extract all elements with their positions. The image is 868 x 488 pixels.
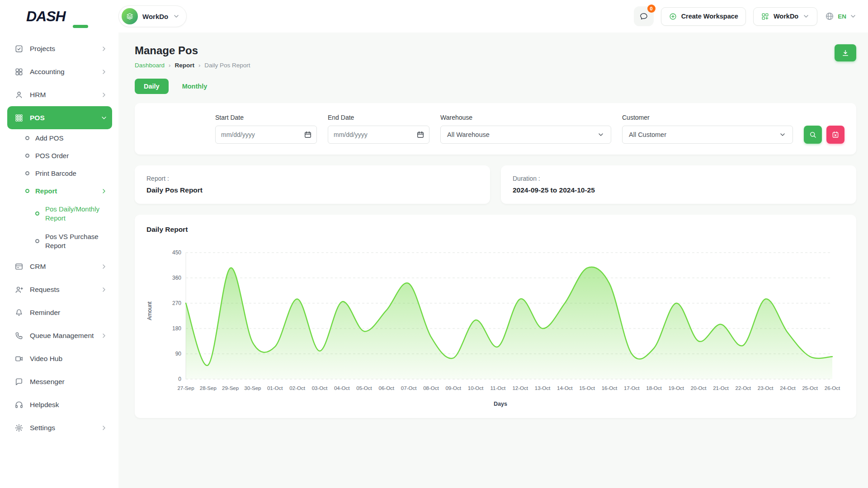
brand-logo: DASH [0, 8, 118, 25]
globe-icon [825, 11, 835, 21]
messenger-chat-icon [14, 377, 24, 386]
search-icon [809, 131, 817, 139]
chevron-down-icon [802, 13, 810, 20]
sidebar-item-crm[interactable]: CRM [7, 255, 112, 278]
daily-report-card: Daily Report Amount 09018027036045027-Se… [135, 215, 856, 418]
chevron-right-icon [100, 91, 108, 99]
apply-filter-button[interactable] [804, 126, 822, 144]
download-report-button[interactable] [835, 44, 856, 61]
gear-icon [14, 423, 24, 432]
breadcrumb-separator: › [169, 62, 170, 69]
apps-menu-label: WorkDo [774, 13, 798, 20]
svg-text:02-Oct: 02-Oct [289, 385, 305, 391]
svg-text:29-Sep: 29-Sep [222, 385, 239, 391]
chevron-right-icon [100, 263, 108, 270]
filter-card: Start Date End Date Warehouse All Wareho… [135, 103, 856, 155]
sidebar-item-video-hub[interactable]: Video Hub [7, 347, 112, 370]
breadcrumb-current: Daily Pos Report [204, 62, 250, 69]
queue-phone-icon [14, 331, 24, 340]
svg-text:08-Oct: 08-Oct [423, 385, 439, 391]
bullet-icon [25, 189, 29, 193]
sidebar-item-label: Accounting [30, 68, 94, 76]
sidebar-item-label: POS [30, 114, 94, 122]
daily-report-chart: 09018027036045027-Sep28-Sep29-Sep30-Sep0… [156, 245, 844, 399]
svg-text:06-Oct: 06-Oct [379, 385, 395, 391]
sidebar-item-reminder[interactable]: Reminder [7, 301, 112, 324]
breadcrumb: Dashboard › Report › Daily Pos Report [135, 62, 250, 69]
sidebar-item-requests[interactable]: Requests [7, 278, 112, 301]
svg-text:180: 180 [172, 325, 181, 332]
chevron-right-icon [100, 332, 108, 339]
svg-text:09-Oct: 09-Oct [445, 385, 461, 391]
chart-area: Amount 09018027036045027-Sep28-Sep29-Sep… [146, 245, 844, 407]
sidebar-item-pos[interactable]: POS [7, 106, 112, 129]
breadcrumb-report-link[interactable]: Report [175, 62, 194, 69]
workdo-apps-menu[interactable]: WorkDo [753, 7, 817, 26]
end-date-input[interactable] [328, 126, 429, 144]
sidebar: Projects Accounting HRM POS Add POS POS … [0, 33, 118, 488]
svg-text:90: 90 [175, 351, 182, 357]
reset-filter-button[interactable] [826, 126, 844, 144]
sidebar-item-messenger[interactable]: Messenger [7, 370, 112, 393]
start-date-input[interactable] [215, 126, 317, 144]
workspace-name: WorkDo [142, 13, 168, 20]
sidebar-item-pos-daily-monthly-report[interactable]: Pos Daily/Monthly Report [7, 200, 112, 227]
report-label: Report : [146, 175, 478, 182]
sidebar-item-label: Queue Management [30, 332, 94, 340]
bullet-icon [35, 211, 39, 216]
svg-text:05-Oct: 05-Oct [356, 385, 372, 391]
sidebar-item-label: Settings [30, 424, 94, 432]
sidebar-item-settings[interactable]: Settings [7, 416, 112, 439]
svg-text:26-Oct: 26-Oct [825, 385, 840, 391]
svg-text:270: 270 [172, 300, 181, 306]
sidebar-item-pos-order[interactable]: POS Order [7, 147, 112, 164]
chevron-right-icon [100, 45, 108, 52]
chevron-down-icon [100, 114, 108, 122]
sidebar-item-pos-vs-purchase-report[interactable]: Pos VS Purchase Report [7, 227, 112, 255]
brand-logo-dash-icon [73, 25, 88, 28]
sidebar-item-helpdesk[interactable]: Helpdesk [7, 393, 112, 416]
sidebar-item-queue-management[interactable]: Queue Management [7, 324, 112, 347]
sidebar-item-report[interactable]: Report [7, 182, 112, 200]
sidebar-item-print-barcode[interactable]: Print Barcode [7, 164, 112, 182]
sidebar-item-add-pos[interactable]: Add POS [7, 129, 112, 147]
sidebar-item-label: Requests [30, 286, 94, 294]
sidebar-item-accounting[interactable]: Accounting [7, 60, 112, 83]
page-title: Manage Pos [135, 44, 250, 57]
messages-button[interactable]: 0 [634, 6, 654, 26]
bullet-icon [25, 154, 29, 158]
language-selector[interactable]: EN [825, 11, 857, 21]
chevron-right-icon [100, 188, 108, 195]
reminder-bell-icon [14, 308, 24, 317]
top-header: DASH WorkDo 0 Create Workspace WorkDo EN [0, 0, 868, 33]
tab-monthly[interactable]: Monthly [182, 83, 208, 90]
calendar-icon[interactable] [416, 130, 425, 139]
breadcrumb-dashboard-link[interactable]: Dashboard [135, 62, 165, 69]
chat-icon [639, 12, 648, 21]
svg-text:01-Oct: 01-Oct [267, 385, 283, 391]
tab-daily[interactable]: Daily [135, 79, 169, 94]
svg-text:03-Oct: 03-Oct [312, 385, 328, 391]
sidebar-item-projects[interactable]: Projects [7, 37, 112, 60]
calendar-icon[interactable] [303, 130, 312, 139]
workspace-switcher[interactable]: WorkDo [118, 5, 187, 27]
sidebar-item-label: Add POS [35, 134, 108, 142]
download-icon [841, 49, 849, 57]
language-code: EN [838, 13, 846, 20]
projects-icon [14, 44, 24, 53]
accounting-icon [14, 67, 24, 76]
workspace-avatar [122, 8, 138, 24]
duration-summary-card: Duration : 2024-09-25 to 2024-10-25 [501, 165, 856, 204]
svg-text:19-Oct: 19-Oct [669, 385, 684, 391]
customer-select[interactable]: All Customer [622, 126, 793, 144]
chevron-down-icon [849, 13, 857, 20]
svg-text:20-Oct: 20-Oct [691, 385, 707, 391]
sidebar-item-hrm[interactable]: HRM [7, 83, 112, 106]
hrm-icon [14, 90, 24, 99]
create-workspace-button[interactable]: Create Workspace [661, 7, 746, 26]
chevron-right-icon [100, 68, 108, 75]
sidebar-item-label: Messenger [30, 378, 108, 386]
warehouse-select[interactable]: All Warehouse [440, 126, 611, 144]
plus-circle-icon [669, 12, 677, 21]
svg-text:0: 0 [178, 376, 181, 382]
